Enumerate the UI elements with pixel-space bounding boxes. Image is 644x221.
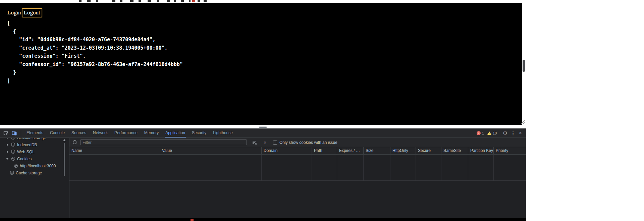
cookies-table-body-empty — [69, 155, 526, 181]
chevron-right-icon[interactable] — [5, 151, 9, 153]
table-column-ghost — [262, 155, 312, 180]
tab-network[interactable]: Network — [90, 128, 111, 137]
splitter-handle-icon — [259, 127, 267, 128]
tab-sources[interactable]: Sources — [68, 128, 90, 137]
scroll-up-arrow-icon[interactable] — [63, 139, 66, 141]
database-icon — [9, 171, 14, 175]
device-toolbar-icon[interactable] — [11, 130, 17, 136]
login-button[interactable]: Login — [7, 9, 21, 17]
table-column-ghost — [364, 155, 390, 180]
tab-performance[interactable]: Performance — [111, 128, 141, 137]
sidebar-item-indexeddb[interactable]: IndexedDB — [0, 141, 69, 148]
only-issue-checkbox[interactable] — [273, 141, 277, 145]
strip-mark-red — [192, 0, 195, 2]
warning-icon: ! — [487, 131, 491, 135]
page-scrollbar[interactable] — [522, 3, 526, 125]
column-header-value[interactable]: Value — [160, 147, 262, 154]
tab-lighthouse[interactable]: Lighthouse — [210, 128, 236, 137]
tab-elements[interactable]: Elements — [23, 128, 47, 137]
only-issue-label[interactable]: Only show cookies with an issue — [279, 140, 337, 145]
strip-mark — [157, 0, 159, 2]
devtools-panel: Elements Console Sources Network Perform… — [0, 128, 526, 218]
storage-icon — [11, 138, 16, 140]
chevron-right-icon — [5, 138, 9, 139]
strip-mark — [174, 0, 176, 2]
sidebar-item-label: Session storage — [17, 138, 46, 140]
strip-mark — [130, 0, 133, 2]
filter-input[interactable] — [80, 140, 247, 145]
sidebar-item-label: http://localhost:3000 — [20, 164, 56, 168]
strip-mark — [204, 0, 207, 2]
database-icon — [11, 143, 16, 147]
warning-status[interactable]: ! 10 — [487, 131, 497, 135]
sidebar-item-cookies-localhost[interactable]: http://localhost:3000 — [0, 162, 69, 169]
cookies-table-header: Name Value Domain Path Expires / … Size … — [69, 147, 526, 155]
tab-application[interactable]: Application — [162, 128, 189, 137]
error-status[interactable]: × 1 — [477, 131, 484, 135]
column-header-samesite[interactable]: SameSite — [441, 147, 468, 154]
column-header-secure[interactable]: Secure — [416, 147, 441, 154]
tabbar-right-controls: × 1 ! 10 ⚙ ⋮ × — [477, 131, 526, 135]
table-column-ghost — [160, 155, 262, 180]
tab-memory[interactable]: Memory — [141, 128, 162, 137]
tab-console[interactable]: Console — [47, 128, 68, 137]
json-response-body: [ { "id": "0dd6b98c-df84-4020-a76e-74370… — [7, 19, 183, 85]
devtools-splitter[interactable] — [0, 125, 526, 128]
splitter-handle-icon — [259, 126, 267, 126]
column-header-httponly[interactable]: HttpOnly — [390, 147, 416, 154]
sidebar-item-label: Cookies — [17, 157, 32, 161]
strip-mark — [120, 0, 122, 2]
strip-mark — [139, 0, 141, 2]
cookie-icon — [13, 164, 18, 168]
tab-security[interactable]: Security — [189, 128, 210, 137]
column-header-domain[interactable]: Domain — [262, 147, 312, 154]
table-column-ghost — [441, 155, 468, 180]
close-devtools-icon[interactable]: × — [519, 131, 522, 135]
column-header-size[interactable]: Size — [364, 147, 390, 154]
inspect-element-icon[interactable] — [3, 130, 9, 136]
sidebar-item-cookies[interactable]: Cookies — [0, 155, 69, 162]
strip-mark — [87, 0, 91, 2]
strip-mark — [181, 0, 184, 2]
auth-buttons-row: Login Logout — [7, 8, 42, 17]
application-sidebar: Session storage IndexedDB Web SQL — [0, 138, 69, 218]
page-scrollbar-thumb[interactable] — [523, 60, 525, 72]
chevron-down-icon[interactable] — [5, 158, 9, 160]
table-column-ghost — [390, 155, 416, 180]
table-column-ghost — [337, 155, 364, 180]
sidebar-item-label: IndexedDB — [17, 143, 37, 147]
screen: Login Logout [ { "id": "0dd6b98c-df84-40… — [0, 0, 644, 221]
logout-button[interactable]: Logout — [22, 8, 42, 17]
cookie-value-preview-empty — [69, 181, 526, 218]
table-column-ghost — [69, 155, 160, 180]
strip-mark — [167, 0, 170, 2]
sidebar-item-label: Web SQL — [17, 150, 35, 154]
database-icon — [11, 150, 16, 154]
chevron-right-icon[interactable] — [5, 144, 9, 146]
kebab-menu-icon[interactable]: ⋮ — [511, 131, 516, 135]
strip-mark — [79, 0, 82, 2]
clear-filter-icon[interactable]: × — [262, 140, 268, 145]
strip-mark — [198, 0, 200, 2]
toolbar-separator — [21, 130, 21, 136]
refresh-icon[interactable] — [72, 140, 77, 145]
sidebar-scrollbar-thumb[interactable] — [64, 143, 65, 176]
clear-list-icon[interactable] — [252, 140, 257, 145]
column-header-expires[interactable]: Expires / … — [337, 147, 364, 154]
gear-icon[interactable]: ⚙ — [503, 131, 507, 135]
strip-mark — [189, 0, 191, 2]
column-header-partition-key[interactable]: Partition Key — [468, 147, 494, 154]
column-header-name[interactable]: Name — [69, 147, 160, 154]
sidebar-item-session-storage[interactable]: Session storage — [0, 138, 69, 141]
bottom-strip — [0, 218, 526, 221]
column-header-path[interactable]: Path — [312, 147, 337, 154]
cookie-icon — [11, 157, 16, 161]
column-header-priority[interactable]: Priority — [494, 147, 526, 154]
strip-mark — [112, 0, 115, 2]
table-column-ghost — [312, 155, 337, 180]
sidebar-item-cache-storage[interactable]: Cache storage — [0, 169, 69, 176]
table-column-ghost — [494, 155, 526, 180]
sidebar-scrollbar[interactable] — [63, 139, 66, 216]
sidebar-item-web-sql[interactable]: Web SQL — [0, 148, 69, 155]
strip-mark — [148, 0, 151, 2]
